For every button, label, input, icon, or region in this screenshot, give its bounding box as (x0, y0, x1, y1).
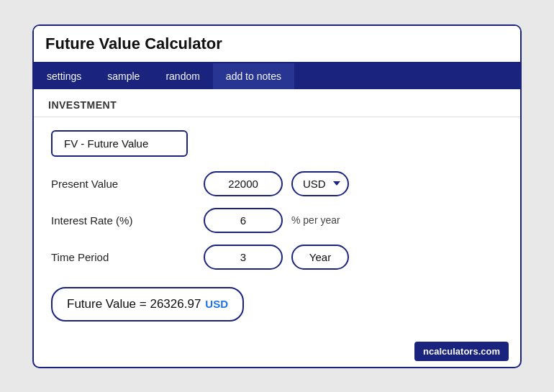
time-period-input[interactable] (204, 245, 283, 270)
result-row: Future Value = 26326.97 USD (51, 287, 244, 322)
interest-rate-row: Interest Rate (%) % per year (51, 208, 503, 233)
formula-select[interactable]: FV - Future Value (51, 130, 188, 157)
nav-item-settings[interactable]: settings (34, 63, 94, 89)
interest-rate-unit: % per year (291, 214, 340, 226)
section-label: INVESTMENT (34, 89, 520, 117)
nav-item-sample[interactable]: sample (94, 63, 153, 89)
interest-rate-label: Interest Rate (%) (51, 214, 195, 227)
brand-badge: ncalculators.com (414, 342, 509, 361)
calculator-container: Future Value Calculator settings sample … (32, 24, 522, 368)
interest-rate-input[interactable] (204, 208, 283, 233)
footer-bar: ncalculators.com (34, 336, 520, 367)
result-currency: USD (205, 298, 228, 310)
calc-body: FV - Future Value Present Value USD EUR … (34, 117, 520, 336)
present-value-label: Present Value (51, 178, 195, 190)
nav-item-random[interactable]: random (153, 63, 212, 89)
nav-item-add-to-notes[interactable]: add to notes (213, 63, 294, 89)
nav-bar: settings sample random add to notes (34, 63, 520, 89)
title-bar: Future Value Calculator (34, 26, 520, 63)
result-label: Future Value = 26326.97 (67, 297, 201, 311)
present-value-row: Present Value USD EUR GBP (51, 171, 503, 196)
currency-select[interactable]: USD EUR GBP (291, 171, 349, 196)
time-period-label: Time Period (51, 251, 195, 263)
time-period-row: Time Period Year (51, 245, 503, 270)
present-value-input[interactable] (204, 171, 283, 196)
page-title: Future Value Calculator (45, 35, 509, 53)
time-period-unit: Year (291, 245, 349, 270)
